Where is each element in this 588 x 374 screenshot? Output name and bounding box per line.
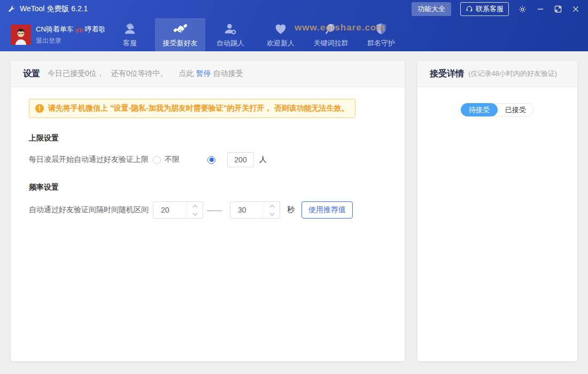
unlimited-radio[interactable] [153,156,161,164]
status-accepted: 今日已接受0位， [48,69,104,79]
detail-panel: 接受详情 (仅记录48小时内的好友验证) 待接受 已接受 [417,61,577,361]
detail-panel-header: 接受详情 (仅记录48小时内的好友验证) [417,61,577,87]
status-action-suffix: 自动接受 [213,69,243,79]
titlebar-right: 功能大全 联系客服 [412,2,580,16]
settings-gear-icon[interactable] [518,5,527,14]
detail-subtitle: (仅记录48小时内的好友验证) [468,69,557,79]
tab-label: 欢迎新人 [267,38,295,48]
range-dash: —— [207,206,222,214]
headset-person-icon [123,22,137,36]
maximize-button[interactable] [554,5,562,13]
tab-keyword-group[interactable]: 关键词拉群 [306,18,356,51]
limit-count-input[interactable] [227,152,254,167]
nav-tabs: 客服 接受新好友 自动踢人 [105,18,406,51]
tab-label: 群名守护 [367,38,395,48]
tab-group-name-guard[interactable]: 群名守护 [356,18,406,51]
limit-unit: 人 [259,155,267,165]
limit-section-title: 上限设置 [29,134,386,143]
increment-button[interactable] [264,202,280,210]
decrement-button[interactable] [264,210,280,218]
heart-icon [274,22,288,36]
navbar: CN骑着单车 哼着歌 退出登录 客服 [0,18,588,51]
warning-icon: ! [35,104,44,113]
user-block: CN骑着单车 哼着歌 退出登录 [0,18,105,51]
minimize-button[interactable] [536,5,545,13]
handshake-icon [173,21,188,36]
user-name-prefix: CN骑着单车 [36,25,74,34]
min-interval-value[interactable] [153,202,187,218]
decrement-button[interactable] [187,210,203,218]
avatar [11,25,31,45]
settings-panel-body: ! 请先将手机微信上 "设置-隐私-加我为朋友时需要验证"的开关打开， 否则该功… [11,87,405,230]
warning-banner: ! 请先将手机微信上 "设置-隐私-加我为朋友时需要验证"的开关打开， 否则该功… [29,99,355,118]
tab-label: 接受新好友 [163,38,198,48]
accepted-tab[interactable]: 已接受 [498,104,533,116]
settings-panel-header: 设置 今日已接受0位， 还有0位等待中。 点此 暂停 自动接受 [11,61,405,87]
settings-panel: 设置 今日已接受0位， 还有0位等待中。 点此 暂停 自动接受 ! 请先将手机微… [11,61,405,361]
close-button[interactable] [571,5,580,13]
increment-button[interactable] [187,202,203,210]
use-recommended-button[interactable]: 使用推荐值 [301,201,353,219]
wrench-icon [7,5,16,13]
app-title: WeTool 免费版 6.2.1 [20,4,88,14]
pause-link[interactable]: 暂停 [196,69,211,79]
settings-title: 设置 [23,68,40,80]
tab-label: 自动踢人 [216,38,244,48]
accept-filter-toggle: 待接受 已接受 [461,103,534,116]
bicycle-icon [75,26,83,33]
kick-member-icon [223,22,237,36]
min-spinner [187,202,203,218]
unlimited-label: 不限 [165,155,180,165]
pending-tab[interactable]: 待接受 [461,103,498,116]
shield-icon [374,22,388,36]
titlebar: WeTool 免费版 6.2.1 功能大全 联系客服 [0,0,588,18]
titlebar-left: WeTool 免费版 6.2.1 [7,4,88,14]
content: 设置 今日已接受0位， 还有0位等待中。 点此 暂停 自动接受 ! 请先将手机微… [0,51,588,361]
user-meta: CN骑着单车 哼着歌 退出登录 [36,25,105,45]
headset-icon [466,5,473,13]
tab-welcome-new[interactable]: 欢迎新人 [256,18,306,51]
status-action-prefix: 点此 [179,69,194,79]
detail-title: 接受详情 [430,68,464,80]
frequency-unit: 秒 [287,205,295,215]
limit-row: 每日凌晨开始自动通过好友验证上限 不限 人 [29,152,386,167]
warning-text: 请先将手机微信上 "设置-隐私-加我为朋友时需要验证"的开关打开， 否则该功能无… [48,104,349,113]
user-name-suffix: 哼着歌 [85,25,105,34]
user-name: CN骑着单车 哼着歌 [36,25,105,34]
logout-link[interactable]: 退出登录 [36,36,105,45]
tab-customer-service[interactable]: 客服 [105,18,155,51]
contact-support-button[interactable]: 联系客服 [460,2,509,16]
tab-accept-new-friends[interactable]: 接受新好友 [155,18,205,51]
app-header: WeTool 免费版 6.2.1 功能大全 联系客服 [0,0,588,51]
max-spinner [264,202,280,218]
limited-radio[interactable] [207,156,215,164]
max-interval-value[interactable] [230,202,264,218]
frequency-row: 自动通过好友验证间隔时间随机区间 —— [29,201,386,219]
max-interval-input [230,201,280,219]
status-waiting: 还有0位等待中。 [111,69,168,79]
tab-label: 关键词拉群 [314,38,349,48]
frequency-label: 自动通过好友验证间隔时间随机区间 [29,205,149,215]
keyword-group-icon [324,22,338,36]
tab-label: 客服 [123,38,137,48]
tab-auto-kick[interactable]: 自动踢人 [205,18,256,51]
frequency-section-title: 频率设置 [29,183,386,192]
limit-label: 每日凌晨开始自动通过好友验证上限 [29,155,149,165]
feature-center-button[interactable]: 功能大全 [412,2,451,16]
contact-support-label: 联系客服 [476,4,504,14]
detail-panel-body: 待接受 已接受 [417,87,577,128]
wetool-window: WeTool 免费版 6.2.1 功能大全 联系客服 [0,0,588,361]
min-interval-input [153,201,203,219]
